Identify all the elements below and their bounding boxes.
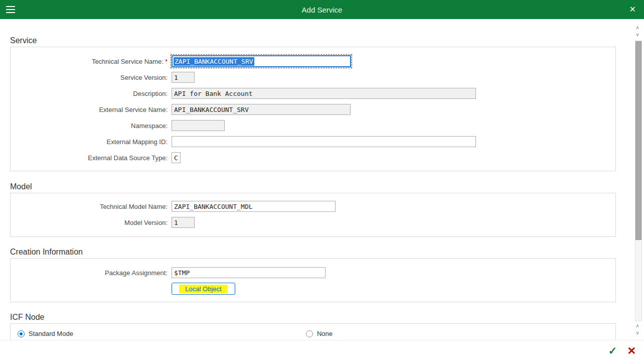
external-mapping-id-label: External Mapping ID: xyxy=(11,138,168,146)
namespace-input[interactable] xyxy=(172,120,225,131)
selected-text: ZAPI_BANKACCOUNT_SRV xyxy=(174,57,254,66)
required-indicator: * xyxy=(165,58,168,65)
none-option[interactable]: None xyxy=(306,330,333,337)
description-label: Description: xyxy=(11,90,168,97)
scroll-down-icon-bottom[interactable]: ˅ xyxy=(634,330,641,337)
close-icon[interactable]: ✕ xyxy=(629,6,636,14)
creation-information-section: Package Assignment: Local Object xyxy=(10,258,616,302)
section-title-icf-node: ICF Node xyxy=(10,312,626,322)
scroll-down-icon[interactable]: ˅ xyxy=(634,32,641,39)
scrollbar-thumb[interactable] xyxy=(635,41,641,240)
package-assignment-label: Package Assignment: xyxy=(11,269,168,277)
model-version-label: Model Version: xyxy=(11,219,168,226)
field-row: Description: xyxy=(11,85,615,101)
description-input[interactable] xyxy=(172,88,476,99)
technical-service-name-label: Technical Service Name:* xyxy=(11,58,168,65)
none-label: None xyxy=(317,330,333,337)
external-mapping-id-input[interactable] xyxy=(172,136,476,147)
scroll-up-icon-bottom[interactable]: ˄ xyxy=(634,323,641,330)
technical-service-name-input[interactable]: ZAPI_BANKACCOUNT_SRV xyxy=(172,55,351,67)
external-service-name-label: External Service Name: xyxy=(11,106,168,113)
menu-icon[interactable] xyxy=(5,5,16,15)
field-row: Namespace: xyxy=(11,117,615,134)
dialog-footer: ✓ ✕ xyxy=(0,340,644,361)
dialog-header: Add Service ✕ xyxy=(0,0,644,19)
model-section: Technical Model Name: Model Version: xyxy=(10,193,616,237)
confirm-check-icon[interactable]: ✓ xyxy=(608,345,617,356)
service-version-label: Service Version: xyxy=(11,74,168,81)
local-object-button-label: Local Object xyxy=(179,285,227,293)
field-row: External Service Name: xyxy=(11,101,615,117)
model-version-input[interactable] xyxy=(172,217,195,228)
standard-mode-label: Standard Mode xyxy=(29,330,73,337)
scroll-up-icon[interactable]: ˄ xyxy=(634,25,641,32)
technical-model-name-input[interactable] xyxy=(172,201,336,212)
service-section: Technical Service Name:* ZAPI_BANKACCOUN… xyxy=(10,47,616,171)
technical-model-name-label: Technical Model Name: xyxy=(11,203,168,210)
vertical-scrollbar[interactable] xyxy=(635,40,642,321)
field-row: External Mapping ID: xyxy=(11,134,615,150)
field-row: External Data Source Type: xyxy=(11,150,615,166)
section-title-service: Service xyxy=(10,36,626,46)
field-row: Technical Service Name:* ZAPI_BANKACCOUN… xyxy=(11,53,615,69)
field-row: Package Assignment: xyxy=(11,265,615,281)
section-title-model: Model xyxy=(10,182,626,192)
external-data-source-type-label: External Data Source Type: xyxy=(11,154,168,162)
section-title-creation-information: Creation Information xyxy=(10,247,626,257)
field-row: Model Version: xyxy=(11,214,615,230)
dialog-body: Service Technical Service Name:* ZAPI_BA… xyxy=(0,19,626,345)
standard-mode-option[interactable]: Standard Mode xyxy=(18,330,73,337)
field-row: Technical Model Name: xyxy=(11,198,615,214)
service-version-input[interactable] xyxy=(172,72,195,83)
standard-mode-radio[interactable] xyxy=(18,330,25,337)
none-radio[interactable] xyxy=(306,330,313,337)
field-row: Local Object xyxy=(11,281,615,297)
local-object-button[interactable]: Local Object xyxy=(172,283,235,295)
dialog-title: Add Service xyxy=(0,6,644,14)
field-row: Service Version: xyxy=(11,69,615,85)
namespace-label: Namespace: xyxy=(11,122,168,130)
package-assignment-input[interactable] xyxy=(172,267,326,278)
cancel-x-icon[interactable]: ✕ xyxy=(627,345,636,356)
external-data-source-type-input[interactable] xyxy=(172,152,181,163)
external-service-name-input[interactable] xyxy=(172,104,351,115)
